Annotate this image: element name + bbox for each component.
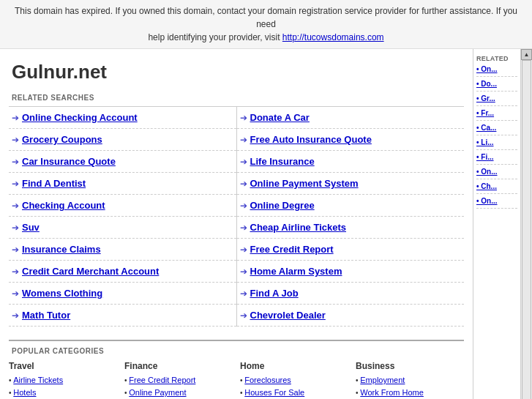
sidebar-link-3[interactable]: • Fr... xyxy=(476,109,517,121)
left-link-item: ➔Checking Account xyxy=(9,195,236,217)
right-link-item: ➔Home Alarm System xyxy=(237,261,465,283)
right-sidebar: RELATED • On...• Do...• Gr...• Fr...• Ca… xyxy=(473,49,520,399)
banner-text2: help identifying your provider, visit xyxy=(148,32,282,42)
sidebar-link-7[interactable]: • On... xyxy=(476,168,517,179)
scroll-track[interactable] xyxy=(522,60,531,399)
link-arrow-icon: ➔ xyxy=(12,266,19,277)
sidebar-link-4[interactable]: • Ca... xyxy=(476,124,517,135)
link-arrow-icon: ➔ xyxy=(240,157,247,167)
popular-link-0-0[interactable]: Airline Tickets xyxy=(13,376,63,384)
left-link-item: ➔Math Tutor xyxy=(9,305,236,327)
right-sidebar-label: RELATED xyxy=(476,55,517,62)
sidebar-link-1[interactable]: • Do... xyxy=(476,80,517,92)
right-link-8[interactable]: Find A Job xyxy=(250,288,299,299)
left-link-item: ➔Online Checking Account xyxy=(9,107,236,129)
link-arrow-icon: ➔ xyxy=(240,113,247,123)
popular-link-1-1[interactable]: Online Payment xyxy=(129,388,186,397)
left-link-1[interactable]: Grocery Coupons xyxy=(22,134,102,145)
related-label: RELATED SEARCHES xyxy=(9,94,464,102)
link-arrow-icon: ➔ xyxy=(12,201,19,211)
left-link-6[interactable]: Insurance Claims xyxy=(22,244,101,255)
left-link-8[interactable]: Womens Clothing xyxy=(22,288,102,299)
link-arrow-icon: ➔ xyxy=(12,179,19,189)
banner-text1: This domain has expired. If you owned th… xyxy=(15,6,517,29)
scroll-up-btn[interactable]: ▲ xyxy=(521,49,532,60)
popular-col-travel: TravelAirline TicketsHotelsCar Rental xyxy=(9,361,117,399)
right-link-item: ➔Life Insurance xyxy=(237,151,465,173)
popular-section: POPULAR CATEGORIES TravelAirline Tickets… xyxy=(9,340,464,399)
right-link-1[interactable]: Free Auto Insurance Quote xyxy=(250,134,372,145)
sidebar-link-0[interactable]: • On... xyxy=(476,65,517,77)
right-link-item: ➔Chevrolet Dealer xyxy=(237,305,465,327)
popular-list-item: Houses For Sale xyxy=(240,387,348,398)
right-link-3[interactable]: Online Payment System xyxy=(250,178,359,189)
link-arrow-icon: ➔ xyxy=(12,288,19,299)
sidebar-link-9[interactable]: • On... xyxy=(476,197,517,209)
right-link-item: ➔Free Auto Insurance Quote xyxy=(237,129,465,151)
right-links-col: ➔Donate A Car➔Free Auto Insurance Quote➔… xyxy=(237,107,465,327)
link-arrow-icon: ➔ xyxy=(240,179,247,189)
sidebar-link-2[interactable]: • Gr... xyxy=(476,94,517,106)
popular-grid: TravelAirline TicketsHotelsCar RentalFin… xyxy=(9,361,464,399)
left-link-item: ➔Grocery Coupons xyxy=(9,129,236,151)
right-link-item: ➔Online Degree xyxy=(237,195,465,217)
popular-link-3-1[interactable]: Work From Home xyxy=(360,388,424,397)
left-link-5[interactable]: Suv xyxy=(22,222,40,233)
link-arrow-icon: ➔ xyxy=(240,223,247,233)
left-link-9[interactable]: Math Tutor xyxy=(22,310,70,321)
link-arrow-icon: ➔ xyxy=(240,266,247,277)
popular-list-item: Hotels xyxy=(9,387,117,398)
link-arrow-icon: ➔ xyxy=(12,223,19,233)
left-link-7[interactable]: Credit Card Merchant Account xyxy=(22,266,159,277)
right-link-item: ➔Free Credit Report xyxy=(237,239,465,261)
popular-category-title-3: Business xyxy=(356,361,464,371)
link-arrow-icon: ➔ xyxy=(240,310,247,321)
popular-category-title-2: Home xyxy=(240,361,348,371)
link-arrow-icon: ➔ xyxy=(12,113,19,123)
link-arrow-icon: ➔ xyxy=(240,201,247,211)
right-link-0[interactable]: Donate A Car xyxy=(250,112,310,123)
popular-list-item: Foreclosures xyxy=(240,374,348,385)
links-grid: ➔Online Checking Account➔Grocery Coupons… xyxy=(9,106,464,327)
popular-list-item: Employment xyxy=(356,374,464,385)
banner-link[interactable]: http://tucowsdomains.com xyxy=(282,32,384,42)
left-link-4[interactable]: Checking Account xyxy=(22,200,105,211)
popular-list-item: Free Credit Report xyxy=(124,374,233,385)
vertical-scrollbar[interactable]: ▲ ▼ xyxy=(520,49,532,399)
popular-link-3-0[interactable]: Employment xyxy=(360,376,405,384)
left-link-item: ➔Womens Clothing xyxy=(9,283,236,305)
top-banner: This domain has expired. If you owned th… xyxy=(0,0,532,49)
popular-link-0-1[interactable]: Hotels xyxy=(13,388,36,397)
left-link-0[interactable]: Online Checking Account xyxy=(22,112,138,123)
right-link-item: ➔Donate A Car xyxy=(237,107,465,129)
left-link-item: ➔Find A Dentist xyxy=(9,173,236,195)
link-arrow-icon: ➔ xyxy=(240,245,247,255)
left-link-item: ➔Car Insurance Quote xyxy=(9,151,236,173)
sidebar-link-8[interactable]: • Ch... xyxy=(476,182,517,194)
right-link-4[interactable]: Online Degree xyxy=(250,200,315,211)
right-link-9[interactable]: Chevrolet Dealer xyxy=(250,310,326,321)
link-arrow-icon: ➔ xyxy=(12,310,19,321)
sidebar-link-6[interactable]: • Fi... xyxy=(476,153,517,165)
popular-category-title-1: Finance xyxy=(124,361,233,371)
popular-link-2-1[interactable]: Houses For Sale xyxy=(244,388,304,397)
link-arrow-icon: ➔ xyxy=(12,245,19,255)
popular-link-2-0[interactable]: Foreclosures xyxy=(244,376,291,384)
link-arrow-icon: ➔ xyxy=(240,135,247,145)
left-links-col: ➔Online Checking Account➔Grocery Coupons… xyxy=(9,107,236,327)
right-link-item: ➔Cheap Airline Tickets xyxy=(237,217,465,239)
right-link-5[interactable]: Cheap Airline Tickets xyxy=(250,222,347,233)
right-link-6[interactable]: Free Credit Report xyxy=(250,244,334,255)
popular-col-business: BusinessEmploymentWork From HomeReorder … xyxy=(356,361,464,399)
sidebar-link-5[interactable]: • Li... xyxy=(476,138,517,150)
right-link-7[interactable]: Home Alarm System xyxy=(250,266,342,277)
left-link-item: ➔Suv xyxy=(9,217,236,239)
popular-category-title-0: Travel xyxy=(9,361,117,371)
popular-link-1-0[interactable]: Free Credit Report xyxy=(129,376,195,384)
site-title: Gulnur.net xyxy=(9,61,464,83)
popular-list-item: Work From Home xyxy=(356,387,464,398)
right-link-2[interactable]: Life Insurance xyxy=(250,156,315,167)
left-link-3[interactable]: Find A Dentist xyxy=(22,178,86,189)
popular-col-finance: FinanceFree Credit ReportOnline PaymentC… xyxy=(124,361,233,399)
left-link-2[interactable]: Car Insurance Quote xyxy=(22,156,116,167)
